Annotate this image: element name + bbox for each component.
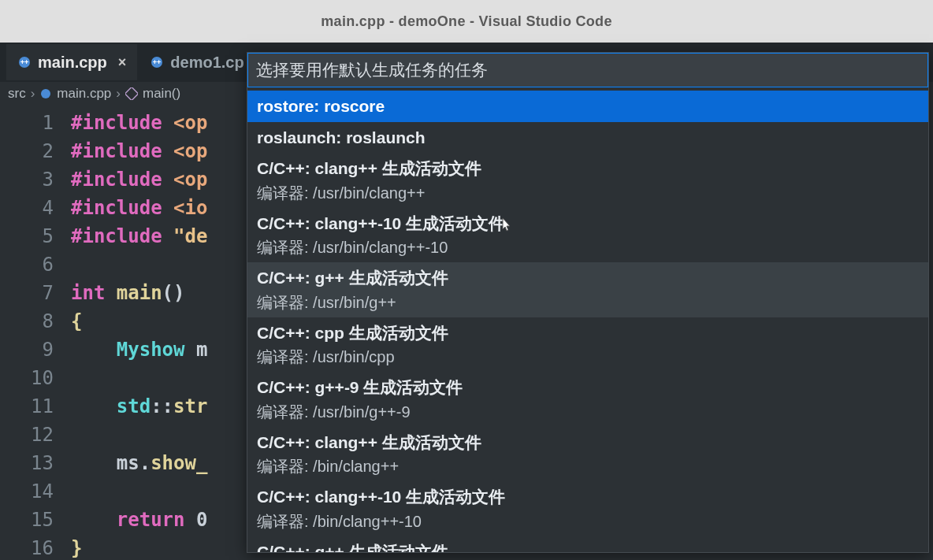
task-item-title: C/C++: cpp 生成活动文件 bbox=[257, 321, 919, 346]
line-number: 2 bbox=[0, 140, 71, 162]
task-item-title: C/C++: g++-9 生成活动文件 bbox=[257, 375, 919, 400]
svg-text:++: ++ bbox=[153, 58, 162, 66]
task-item-description: 编译器: /usr/bin/clang++ bbox=[257, 181, 919, 205]
tab-label: main.cpp bbox=[38, 54, 107, 72]
line-number: 15 bbox=[0, 509, 71, 531]
task-item-description: 编译器: /usr/bin/cpp bbox=[257, 345, 919, 369]
task-list-item[interactable]: C/C++: cpp 生成活动文件编译器: /usr/bin/cpp bbox=[247, 317, 928, 373]
tab-demo1-cpp[interactable]: ++ demo1.cp bbox=[139, 44, 255, 80]
line-number: 8 bbox=[0, 310, 71, 332]
breadcrumb-segment[interactable]: main() bbox=[143, 86, 180, 102]
task-list: rostore: roscoreroslaunch: roslaunchC/C+… bbox=[247, 87, 928, 552]
task-list-item[interactable]: C/C++: g++ 生成活动文件编译器: /bin/g++ bbox=[247, 536, 928, 553]
cpp-file-icon bbox=[39, 87, 52, 100]
close-icon[interactable]: × bbox=[118, 54, 127, 71]
title-bar: main.cpp - demoOne - Visual Studio Code bbox=[0, 0, 933, 43]
task-list-item[interactable]: rostore: roscore bbox=[247, 91, 928, 122]
chevron-right-icon: › bbox=[31, 86, 35, 102]
task-item-description: 编译器: /bin/clang++-10 bbox=[257, 510, 919, 533]
line-number: 11 bbox=[0, 395, 71, 417]
line-number: 16 bbox=[0, 537, 71, 559]
window-title: main.cpp - demoOne - Visual Studio Code bbox=[321, 13, 611, 30]
task-item-title: roslaunch: roslaunch bbox=[257, 125, 919, 150]
task-item-title: C/C++: g++ 生成活动文件 bbox=[257, 540, 919, 553]
task-item-description: 编译器: /usr/bin/g++ bbox=[257, 291, 919, 314]
task-item-title: C/C++: clang++ 生成活动文件 bbox=[257, 430, 919, 455]
task-list-item[interactable]: C/C++: clang++ 生成活动文件编译器: /bin/clang++ bbox=[247, 427, 928, 482]
task-item-title: C/C++: g++ 生成活动文件 bbox=[257, 265, 919, 291]
task-item-title: C/C++: clang++ 生成活动文件 bbox=[257, 156, 919, 181]
tab-main-cpp[interactable]: ++ main.cpp × bbox=[6, 44, 137, 80]
line-number: 7 bbox=[0, 282, 71, 304]
line-number: 13 bbox=[0, 452, 71, 474]
line-number: 3 bbox=[0, 169, 71, 191]
svg-point-4 bbox=[41, 89, 50, 98]
breadcrumb-segment[interactable]: src bbox=[8, 86, 26, 102]
tab-label: demo1.cp bbox=[170, 54, 243, 72]
line-number: 10 bbox=[0, 367, 71, 389]
task-list-item[interactable]: C/C++: g++ 生成活动文件编译器: /usr/bin/g++ bbox=[247, 262, 928, 317]
chevron-right-icon: › bbox=[116, 86, 121, 102]
svg-text:++: ++ bbox=[20, 58, 29, 66]
task-item-title: C/C++: clang++-10 生成活动文件 bbox=[257, 484, 919, 510]
line-number: 12 bbox=[0, 424, 71, 446]
line-number: 6 bbox=[0, 254, 71, 276]
task-item-description: 编译器: /bin/clang++ bbox=[257, 454, 919, 478]
line-number: 5 bbox=[0, 225, 71, 247]
line-number: 1 bbox=[0, 112, 71, 134]
quick-input-field[interactable]: 选择要用作默认生成任务的任务 bbox=[247, 53, 928, 87]
line-number: 4 bbox=[0, 197, 71, 219]
line-number: 14 bbox=[0, 480, 71, 503]
cpp-file-icon: ++ bbox=[150, 55, 164, 69]
task-item-title: C/C++: clang++-10 生成活动文件 bbox=[257, 211, 919, 236]
quick-input-placeholder: 选择要用作默认生成任务的任务 bbox=[256, 59, 488, 81]
cursor-pointer-icon bbox=[500, 217, 513, 237]
svg-rect-5 bbox=[125, 87, 138, 100]
task-list-item[interactable]: C/C++: clang++ 生成活动文件编译器: /usr/bin/clang… bbox=[247, 153, 928, 208]
task-list-item[interactable]: C/C++: clang++-10 生成活动文件编译器: /usr/bin/cl… bbox=[247, 208, 928, 263]
line-number: 9 bbox=[0, 339, 71, 361]
task-list-item[interactable]: roslaunch: roslaunch bbox=[247, 122, 928, 154]
breadcrumb-segment[interactable]: main.cpp bbox=[57, 86, 111, 102]
task-list-item[interactable]: C/C++: clang++-10 生成活动文件编译器: /bin/clang+… bbox=[247, 481, 928, 536]
command-palette: 选择要用作默认生成任务的任务 rostore: roscoreroslaunch… bbox=[247, 52, 929, 553]
task-item-description: 编译器: /usr/bin/clang++-10 bbox=[257, 235, 919, 259]
task-item-description: 编译器: /usr/bin/g++-9 bbox=[257, 400, 919, 424]
task-item-title: rostore: roscore bbox=[257, 94, 919, 119]
cpp-file-icon: ++ bbox=[17, 55, 32, 69]
function-icon bbox=[125, 87, 138, 100]
task-list-item[interactable]: C/C++: g++-9 生成活动文件编译器: /usr/bin/g++-9 bbox=[247, 372, 928, 427]
